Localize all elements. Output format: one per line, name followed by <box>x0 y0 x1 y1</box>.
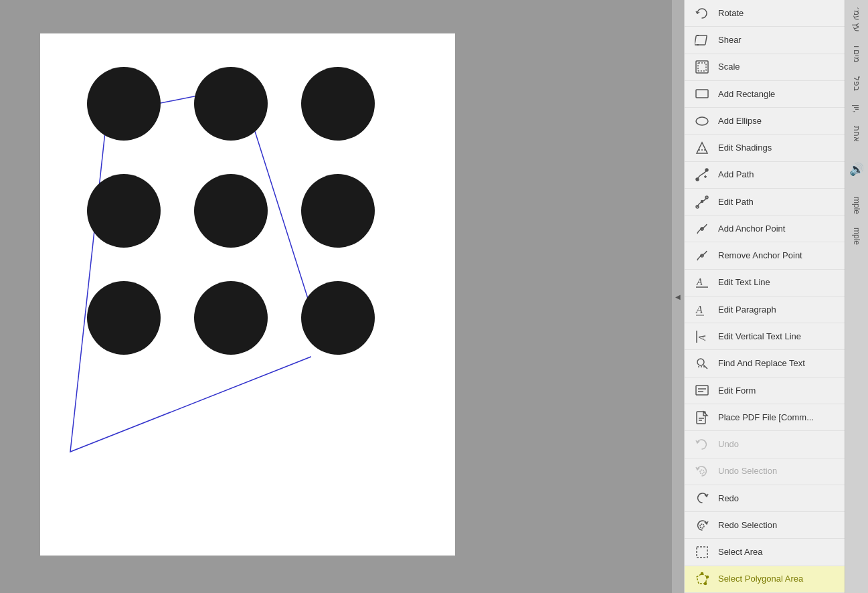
tool-select-area[interactable]: Select Area <box>685 539 845 566</box>
circle-5 <box>194 174 268 248</box>
svg-text:A: A <box>697 335 707 341</box>
redo-selection-icon <box>693 516 711 535</box>
svg-rect-34 <box>696 386 708 395</box>
redo-icon <box>693 489 711 507</box>
tool-select-area-label: Select Area <box>718 547 763 558</box>
speaker-icon[interactable]: 🔊 <box>849 162 864 177</box>
tool-edit-paragraph-label: Edit Paragraph <box>718 305 776 315</box>
select-area-icon <box>693 543 711 562</box>
tool-add-rectangle-label: Add Rectangle <box>718 89 775 100</box>
tool-add-rectangle[interactable]: Add Rectangle <box>685 81 845 108</box>
paragraph-icon: A <box>693 301 711 319</box>
tool-undo[interactable]: Undo <box>685 431 845 458</box>
tool-find-replace-label: Find And Replace Text <box>718 358 805 369</box>
right-panel-text-sample2: mple <box>852 228 861 245</box>
svg-point-19 <box>701 200 703 202</box>
form-icon <box>693 381 711 400</box>
circle-6 <box>301 174 375 248</box>
tool-find-replace[interactable]: Find And Replace Text <box>685 350 845 377</box>
circle-8 <box>194 281 268 355</box>
scale-icon <box>693 58 711 76</box>
remove-anchor-icon <box>693 246 711 265</box>
svg-rect-5 <box>695 35 707 45</box>
circles-grid <box>87 67 388 368</box>
vertical-text-icon: A <box>693 327 711 346</box>
right-panel-text-sample1: mple <box>852 197 861 214</box>
svg-rect-10 <box>696 90 708 98</box>
edit-path-icon <box>693 193 711 211</box>
tool-edit-vertical-text-label: Edit Vertical Text Line <box>718 331 801 342</box>
tool-add-ellipse-label: Add Ellipse <box>718 116 762 126</box>
tool-redo-selection[interactable]: Redo Selection <box>685 512 845 539</box>
tools-panel: Rotate Shear Scale Add Rectangle <box>684 0 845 593</box>
right-panel-text-5: אחת <box>852 126 861 142</box>
tool-select-polygonal[interactable]: Select Polygonal Area <box>685 566 845 593</box>
right-panel: עץ עמ׳ מים ו בפל יון, אחת 🔊 mple mple <box>845 0 868 593</box>
right-panel-text-1: עץ עמ׳ <box>852 7 861 32</box>
tool-edit-shadings[interactable]: Edit Shadings <box>685 135 845 161</box>
tool-edit-path[interactable]: Edit Path <box>685 189 845 216</box>
svg-text:A: A <box>695 304 703 315</box>
svg-point-45 <box>707 576 709 578</box>
tool-rotate-label: Rotate <box>718 8 744 19</box>
tool-undo-selection-label: Undo Selection <box>718 466 777 477</box>
tool-redo-label: Redo <box>718 493 739 504</box>
select-poly-icon <box>693 570 711 588</box>
tool-shear[interactable]: Shear <box>685 27 845 54</box>
tool-edit-path-label: Edit Path <box>718 197 754 207</box>
tool-add-path[interactable]: Add Path <box>685 162 845 189</box>
tool-add-ellipse[interactable]: Add Ellipse <box>685 108 845 135</box>
tool-undo-label: Undo <box>718 439 739 450</box>
tool-add-anchor[interactable]: Add Anchor Point <box>685 216 845 242</box>
circle-9 <box>301 281 375 355</box>
undo-icon <box>693 435 711 454</box>
tool-edit-form-label: Edit Form <box>718 386 756 396</box>
tool-remove-anchor[interactable]: Remove Anchor Point <box>685 242 845 269</box>
right-panel-text-2: מים ו <box>852 46 861 62</box>
tool-shear-label: Shear <box>718 35 742 46</box>
tool-redo-selection-label: Redo Selection <box>718 520 777 531</box>
tool-rotate[interactable]: Rotate <box>685 0 845 27</box>
svg-rect-42 <box>697 547 707 558</box>
tool-edit-vertical-text[interactable]: A Edit Vertical Text Line <box>685 323 845 350</box>
tool-place-pdf-label: Place PDF File [Comm... <box>718 412 814 423</box>
svg-point-31 <box>697 359 704 365</box>
tool-place-pdf[interactable]: Place PDF File [Comm... <box>685 404 845 431</box>
tool-edit-text-line-label: Edit Text Line <box>718 277 770 288</box>
svg-point-14 <box>705 169 708 171</box>
svg-text:A: A <box>696 277 703 287</box>
tool-select-polygonal-label: Select Polygonal Area <box>718 574 803 584</box>
text-line-icon: A <box>693 273 711 292</box>
tool-edit-paragraph[interactable]: A Edit Paragraph <box>685 296 845 323</box>
ellipse-icon <box>693 112 711 131</box>
tool-undo-selection[interactable]: Undo Selection <box>685 458 845 485</box>
tool-remove-anchor-label: Remove Anchor Point <box>718 250 802 261</box>
svg-point-13 <box>696 178 699 181</box>
panel-collapse-button[interactable] <box>672 0 684 593</box>
circle-3 <box>301 67 375 141</box>
right-panel-text-4: יון, <box>852 104 861 112</box>
add-anchor-icon <box>693 220 711 238</box>
svg-point-41 <box>700 524 704 528</box>
svg-point-11 <box>696 117 708 125</box>
tool-add-anchor-label: Add Anchor Point <box>718 224 785 234</box>
svg-point-44 <box>701 573 703 575</box>
add-path-icon <box>693 165 711 184</box>
canvas-area <box>0 0 672 593</box>
tool-scale-label: Scale <box>718 62 740 72</box>
circle-7 <box>87 281 161 355</box>
tool-scale[interactable]: Scale <box>685 54 845 81</box>
circle-4 <box>87 174 161 248</box>
svg-point-46 <box>705 583 707 585</box>
rectangle-icon <box>693 84 711 103</box>
tool-redo[interactable]: Redo <box>685 485 845 512</box>
circle-1 <box>87 67 161 141</box>
tool-edit-shadings-label: Edit Shadings <box>718 143 772 153</box>
svg-rect-9 <box>698 63 706 71</box>
find-replace-icon <box>693 354 711 373</box>
tool-edit-text-line[interactable]: A Edit Text Line <box>685 270 845 296</box>
svg-point-40 <box>700 470 704 474</box>
right-panel-text-3: בפל <box>852 76 861 91</box>
shadings-icon <box>693 139 711 157</box>
tool-edit-form[interactable]: Edit Form <box>685 377 845 404</box>
